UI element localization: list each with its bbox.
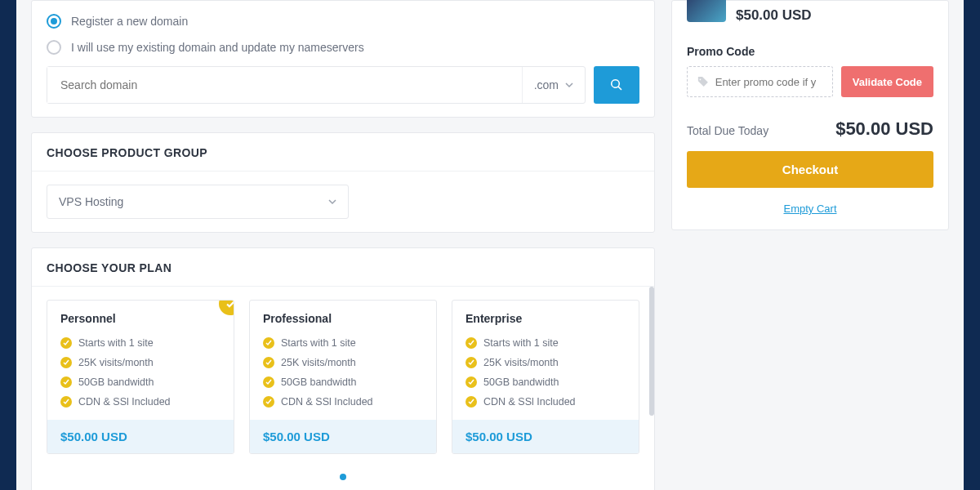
plan-card[interactable]: PersonnelStarts with 1 site25K visits/mo…	[47, 300, 234, 454]
cart-item-price: $50.00 USD	[736, 7, 914, 24]
cart-item-row: Personnel $50.00 USD ×	[687, 1, 933, 24]
total-due-value: $50.00 USD	[835, 118, 933, 140]
radio-existing-domain[interactable]: I will use my existing domain and update…	[47, 40, 639, 55]
check-bullet-icon	[263, 396, 274, 408]
check-bullet-icon	[466, 396, 477, 408]
promo-code-label: Promo Code	[687, 45, 933, 58]
plan-feature: 25K visits/month	[263, 353, 423, 372]
plan-feature-text: CDN & SSl Included	[281, 396, 373, 408]
plan-feature-text: CDN & SSl Included	[483, 396, 576, 408]
plan-feature-text: Starts with 1 site	[483, 337, 559, 349]
check-bullet-icon	[466, 376, 477, 388]
check-bullet-icon	[466, 337, 477, 349]
chevron-down-icon	[565, 81, 573, 89]
order-summary-panel: Personnel $50.00 USD × Promo Code Valida…	[671, 0, 949, 230]
plan-feature-text: 25K visits/month	[281, 357, 356, 368]
plan-name: Enterprise	[452, 301, 639, 333]
plan-price: $50.00 USD	[47, 420, 234, 453]
check-bullet-icon	[60, 396, 72, 408]
tag-icon	[697, 75, 709, 88]
plan-card[interactable]: ProfessionalStarts with 1 site25K visits…	[249, 300, 437, 454]
product-group-value: VPS Hosting	[59, 195, 123, 208]
plan-price: $50.00 USD	[250, 420, 436, 453]
radio-register-new[interactable]: Register a new domain	[47, 14, 639, 29]
plan-feature-text: CDN & SSl Included	[78, 396, 171, 408]
plan-price: $50.00 USD	[452, 420, 639, 453]
plan-feature-text: 50GB bandwidth	[78, 376, 154, 388]
validate-code-button[interactable]: Validate Code	[841, 66, 933, 97]
plan-feature-text: 50GB bandwidth	[483, 376, 559, 388]
tld-select[interactable]: .com	[522, 67, 585, 103]
plan-feature: Starts with 1 site	[263, 333, 423, 353]
domain-search-button[interactable]	[594, 66, 639, 104]
check-bullet-icon	[60, 376, 72, 388]
section-title: CHOOSE PRODUCT GROUP	[32, 133, 654, 172]
radio-icon	[47, 14, 61, 29]
plan-feature-text: 25K visits/month	[483, 357, 559, 368]
radio-icon	[47, 40, 61, 55]
check-bullet-icon	[263, 376, 274, 388]
empty-cart-link[interactable]: Empty Cart	[687, 203, 933, 215]
carousel-dot-active[interactable]	[340, 474, 346, 480]
search-icon	[610, 78, 623, 91]
domain-search-input[interactable]	[47, 67, 522, 103]
plan-feature: 50GB bandwidth	[466, 372, 626, 392]
domain-search-box: .com	[47, 66, 586, 104]
plan-feature: Starts with 1 site	[466, 333, 626, 353]
plan-feature: CDN & SSl Included	[263, 392, 423, 412]
plan-feature: Starts with 1 site	[60, 333, 220, 353]
plans-scrollbar[interactable]	[649, 287, 654, 416]
check-bullet-icon	[60, 337, 72, 349]
chevron-down-icon	[328, 198, 336, 206]
check-bullet-icon	[263, 357, 274, 368]
tld-value: .com	[534, 78, 559, 91]
domain-choice-panel: Register a new domain I will use my exis…	[31, 0, 655, 118]
plan-feature-list: Starts with 1 site25K visits/month50GB b…	[250, 333, 436, 420]
plans-section: CHOOSE YOUR PLAN PersonnelStarts with 1 …	[31, 247, 655, 490]
promo-code-input[interactable]	[715, 76, 822, 88]
edit-icon[interactable]	[796, 0, 808, 2]
plan-feature: 50GB bandwidth	[60, 372, 220, 392]
remove-item-button[interactable]: ×	[924, 0, 933, 1]
product-group-section: CHOOSE PRODUCT GROUP VPS Hosting	[31, 132, 655, 233]
plan-name: Personnel	[47, 301, 234, 333]
radio-label: Register a new domain	[71, 15, 188, 28]
plan-card[interactable]: EnterpriseStarts with 1 site25K visits/m…	[452, 300, 639, 454]
check-bullet-icon	[60, 357, 72, 368]
total-due-label: Total Due Today	[687, 124, 768, 137]
plan-feature: 25K visits/month	[60, 353, 220, 372]
plan-feature: CDN & SSl Included	[60, 392, 220, 412]
promo-input-wrapper	[687, 66, 833, 97]
check-bullet-icon	[466, 357, 477, 368]
section-title: CHOOSE YOUR PLAN	[32, 248, 654, 287]
plan-feature-text: 50GB bandwidth	[281, 376, 356, 388]
plan-feature-list: Starts with 1 site25K visits/month50GB b…	[47, 333, 234, 420]
plan-feature-text: 25K visits/month	[78, 357, 154, 368]
plan-feature-text: Starts with 1 site	[281, 337, 356, 349]
cart-item-name: Personnel	[736, 0, 791, 2]
plan-feature: 50GB bandwidth	[263, 372, 423, 392]
check-bullet-icon	[263, 337, 274, 349]
plan-feature-list: Starts with 1 site25K visits/month50GB b…	[452, 333, 639, 420]
product-group-select[interactable]: VPS Hosting	[47, 185, 349, 219]
checkout-button[interactable]: Checkout	[687, 151, 933, 188]
plan-name: Professional	[250, 301, 436, 333]
cart-item-thumbnail	[687, 0, 726, 22]
plan-feature: 25K visits/month	[466, 353, 626, 372]
plan-feature: CDN & SSl Included	[466, 392, 626, 412]
plan-feature-text: Starts with 1 site	[78, 337, 154, 349]
carousel-dots	[32, 466, 654, 490]
radio-label: I will use my existing domain and update…	[71, 41, 364, 54]
